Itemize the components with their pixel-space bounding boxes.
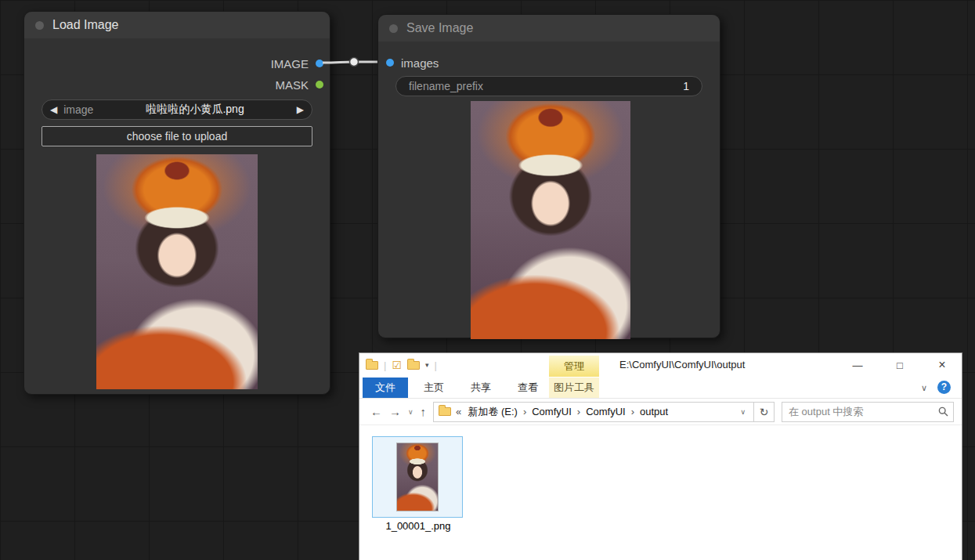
load-image-preview <box>96 154 258 389</box>
help-button[interactable]: ? <box>937 381 951 394</box>
input-slot-images: images <box>386 55 439 70</box>
output-slot-image: IMAGE <box>271 56 323 71</box>
recent-locations-icon[interactable]: ∨ <box>408 408 413 416</box>
combo-next-icon[interactable]: ▶ <box>297 104 304 115</box>
breadcrumb-comfyui-2[interactable]: ComfyUI <box>586 406 626 417</box>
ribbon-tabs: 文件 主页 共享 查看 图片工具 ∨ ? <box>359 377 962 399</box>
load-node-title: Load Image <box>52 18 119 32</box>
collapse-dot[interactable] <box>389 24 398 33</box>
tab-view[interactable]: 查看 <box>508 378 547 398</box>
load-node-title-bar[interactable]: Load Image <box>24 12 330 38</box>
upload-button[interactable]: choose file to upload <box>42 126 312 146</box>
filename-prefix-value: 1 <box>683 80 689 92</box>
window-controls: — □ × <box>846 353 954 377</box>
load-node-outputs: IMAGE MASK <box>271 56 323 92</box>
file-name-label: 1_00001_.png <box>372 520 464 532</box>
file-thumbnail-image <box>396 443 439 511</box>
breadcrumb-separator-icon[interactable]: › <box>523 406 526 417</box>
combo-label: image <box>63 103 93 116</box>
output-port-mask[interactable] <box>316 81 323 89</box>
location-folder-icon <box>439 407 451 416</box>
forward-button[interactable]: → <box>389 405 401 418</box>
file-thumbnail-frame[interactable] <box>372 436 463 518</box>
address-bar: ← → ∨ ↑ « 新加卷 (E:) › ComfyUI › ComfyUI ›… <box>359 399 962 425</box>
toolbar-divider: | <box>384 359 386 371</box>
output-port-image[interactable] <box>316 60 323 67</box>
explorer-title-bar[interactable]: | ☑ ▾ | 管理 E:\ComfyUI\ComfyUI\output — □… <box>359 353 962 377</box>
tab-home[interactable]: 主页 <box>414 378 453 398</box>
node-save-image[interactable]: Save Image images filename_prefix 1 <box>377 14 720 338</box>
image-combo-widget[interactable]: ◀ image 啦啦啦的小黄瓜.png ▶ <box>42 99 312 120</box>
ribbon-collapse-icon[interactable]: ∨ <box>921 378 927 398</box>
tab-file[interactable]: 文件 <box>363 378 408 398</box>
breadcrumb-collapse[interactable]: « <box>456 406 461 417</box>
tab-share[interactable]: 共享 <box>461 378 500 398</box>
node-load-image[interactable]: Load Image IMAGE MASK ◀ image 啦啦啦的小黄瓜.pn… <box>23 11 330 395</box>
minimize-button[interactable]: — <box>846 359 869 371</box>
breadcrumb-drive[interactable]: 新加卷 (E:) <box>468 405 518 419</box>
tab-picture-tools[interactable]: 图片工具 <box>549 378 599 398</box>
breadcrumb-output[interactable]: output <box>640 406 668 417</box>
toolbar-divider: | <box>434 359 436 371</box>
filename-prefix-widget[interactable]: filename_prefix 1 <box>395 76 702 96</box>
refresh-button[interactable]: ↻ <box>754 402 775 422</box>
maximize-button[interactable]: □ <box>888 359 912 371</box>
combo-value: 啦啦啦的小黄瓜.png <box>93 103 296 117</box>
collapse-dot[interactable] <box>35 21 44 30</box>
save-node-title-bar[interactable]: Save Image <box>378 15 720 42</box>
window-title: E:\ComfyUI\ComfyUI\output <box>619 353 745 377</box>
combo-prev-icon[interactable]: ◀ <box>50 104 57 115</box>
input-label-images: images <box>401 56 439 70</box>
breadcrumb-separator-icon[interactable]: › <box>577 406 580 417</box>
save-node-title: Save Image <box>406 21 473 35</box>
customize-toolbar-caret-icon[interactable]: ▾ <box>425 361 429 369</box>
back-button[interactable]: ← <box>370 405 382 418</box>
address-box[interactable]: « 新加卷 (E:) › ComfyUI › ComfyUI › output … <box>433 402 754 422</box>
folder-icon[interactable] <box>366 361 378 370</box>
explorer-file-list[interactable]: 1_00001_.png <box>359 425 962 560</box>
up-button[interactable]: ↑ <box>421 405 427 418</box>
close-button[interactable]: × <box>930 358 954 372</box>
file-item[interactable]: 1_00001_.png <box>372 436 464 532</box>
ribbon-context-tab-manage[interactable]: 管理 <box>549 356 599 377</box>
comfyui-canvas[interactable]: Load Image IMAGE MASK ◀ image 啦啦啦的小黄瓜.pn… <box>0 0 975 560</box>
save-image-preview <box>471 101 630 339</box>
breadcrumb-comfyui-1[interactable]: ComfyUI <box>532 406 572 417</box>
quick-access-toolbar: | ☑ ▾ | <box>366 353 437 377</box>
output-label-mask: MASK <box>275 78 309 92</box>
output-label-image: IMAGE <box>271 57 309 70</box>
output-slot-mask: MASK <box>275 77 323 92</box>
input-port-images[interactable] <box>386 59 394 67</box>
properties-check-icon[interactable]: ☑ <box>392 359 402 370</box>
new-folder-icon[interactable] <box>407 361 420 370</box>
search-box <box>782 402 954 422</box>
search-input[interactable] <box>782 406 938 417</box>
address-dropdown-icon[interactable]: ∨ <box>737 408 749 416</box>
link-reroute-dot[interactable] <box>350 58 359 67</box>
search-icon[interactable] <box>938 406 948 417</box>
breadcrumb-separator-icon[interactable]: › <box>631 406 634 417</box>
explorer-window[interactable]: | ☑ ▾ | 管理 E:\ComfyUI\ComfyUI\output — □… <box>359 352 962 560</box>
filename-prefix-label: filename_prefix <box>409 80 483 92</box>
